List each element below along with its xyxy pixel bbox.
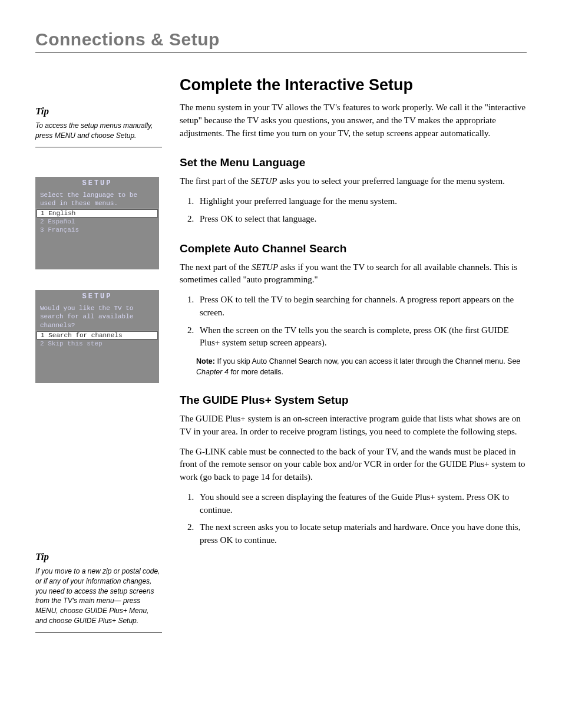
note-ref: Chapter 4 [196,368,229,376]
section2-paragraph: The next part of the SETUP asks if you w… [180,261,527,287]
setup-box-language: SETUP Select the language to be used in … [35,177,159,270]
intro-paragraph: The menu system in your TV allows the TV… [180,101,527,140]
list-item: Press OK to tell the TV to begin searchi… [196,294,527,319]
tip-text: To access the setup menus manually, pres… [35,121,162,147]
note-block: Note: If you skip Auto Channel Search no… [196,357,527,377]
setup-box-channels: SETUP Would you like the TV to search fo… [35,290,159,383]
tip-block-1: Tip To access the setup menus manually, … [35,106,162,147]
text: The first part of the [180,176,250,186]
list-item: When the screen on the TV tells you the … [196,324,527,350]
setup-option-francais: 3 Français [35,226,159,234]
text: asks you to select your preferred langua… [277,176,505,186]
content-columns: Tip To access the setup menus manually, … [35,76,527,656]
list-item: Highlight your preferred language for th… [196,195,527,208]
text: The next part of the [180,262,252,272]
section2-list: Press OK to tell the TV to begin searchi… [180,294,527,350]
page-header: Connections & Setup [35,29,527,52]
sidebar: Tip To access the setup menus manually, … [35,76,162,656]
main-content: Complete the Interactive Setup The menu … [180,76,527,656]
note-text: If you skip Auto Channel Search now, you… [215,357,520,365]
section-title-language: Set the Menu Language [180,156,527,169]
main-title: Complete the Interactive Setup [180,76,527,94]
tip-block-2: Tip If you move to a new zip or postal c… [35,551,162,633]
list-item: The next screen asks you to locate setup… [196,521,527,547]
section3-p2: The G-LINK cable must be connected to th… [180,446,527,484]
setup-prompt: Would you like the TV to search for all … [35,303,159,331]
section-title-guide: The GUIDE Plus+ System Setup [180,394,527,407]
section1-list: Highlight your preferred language for th… [180,195,527,226]
setup-option-espanol: 2 Español [35,218,159,226]
setup-prompt: Select the language to be used in these … [35,190,159,210]
setup-box-title: SETUP [35,177,159,190]
list-item: You should see a screen displaying the f… [196,491,527,517]
setup-option-search: 1 Search for channels [37,331,158,340]
setup-word: SETUP [252,262,278,272]
setup-option-skip: 2 Skip this step [35,340,159,348]
tip-heading: Tip [35,106,162,117]
note-text: for more details. [229,368,283,376]
section3-p1: The GUIDE Plus+ system is an on-screen i… [180,413,527,439]
section3-list: You should see a screen displaying the f… [180,491,527,547]
tip-text: If you move to a new zip or postal code,… [35,566,162,633]
setup-word: SETUP [250,176,277,186]
setup-option-english: 1 English [37,209,158,218]
section1-paragraph: The first part of the SETUP asks you to … [180,175,527,188]
section-title-channel: Complete Auto Channel Search [180,242,527,255]
setup-box-title: SETUP [35,290,159,303]
note-label: Note: [196,357,215,365]
list-item: Press OK to select that language. [196,213,527,226]
tip-heading: Tip [35,551,162,563]
